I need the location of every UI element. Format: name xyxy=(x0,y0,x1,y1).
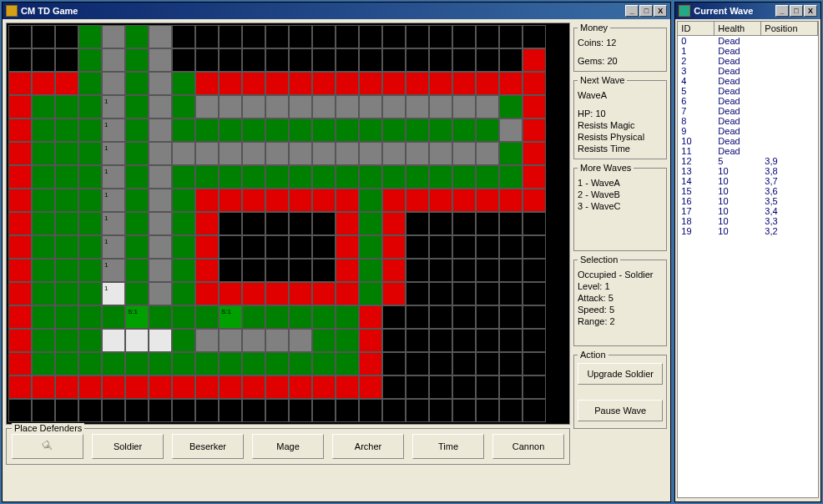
grid-cell[interactable] xyxy=(359,375,382,399)
grid-cell[interactable] xyxy=(265,352,289,375)
grid-cell[interactable] xyxy=(32,189,55,212)
maximize-button[interactable]: □ xyxy=(639,5,653,17)
grid-cell[interactable] xyxy=(149,189,172,212)
grid-cell[interactable] xyxy=(452,142,476,165)
grid-cell[interactable] xyxy=(265,165,289,189)
grid-cell[interactable] xyxy=(219,352,242,375)
grid-cell[interactable] xyxy=(289,352,312,375)
grid-cell[interactable] xyxy=(219,48,242,72)
grid-cell[interactable] xyxy=(452,212,476,235)
grid-cell[interactable] xyxy=(499,329,523,352)
grid-cell[interactable] xyxy=(219,399,242,422)
grid-cell[interactable] xyxy=(172,118,195,142)
grid-cell[interactable] xyxy=(476,25,499,48)
grid-cell[interactable] xyxy=(289,259,312,282)
grid-cell[interactable] xyxy=(406,399,429,422)
grid-cell[interactable] xyxy=(102,399,125,422)
grid-cell[interactable] xyxy=(382,95,406,118)
grid-cell[interactable] xyxy=(359,352,382,375)
grid-cell[interactable] xyxy=(8,142,32,165)
grid-cell[interactable] xyxy=(219,72,242,95)
grid-cell[interactable] xyxy=(359,48,382,72)
grid-cell[interactable]: S:1 xyxy=(125,305,149,329)
grid-cell[interactable] xyxy=(476,282,499,305)
wave-row[interactable]: 14103,7 xyxy=(678,176,818,186)
grid-cell[interactable]: 1 xyxy=(102,235,125,259)
grid-cell[interactable] xyxy=(359,165,382,189)
grid-cell[interactable] xyxy=(429,305,452,329)
grid-cell[interactable] xyxy=(336,72,359,95)
defender-mage-button[interactable]: Mage xyxy=(252,434,324,459)
wave-minimize-button[interactable]: _ xyxy=(775,5,789,17)
grid-cell[interactable] xyxy=(452,259,476,282)
grid-cell[interactable] xyxy=(195,329,219,352)
grid-cell[interactable] xyxy=(476,118,499,142)
grid-cell[interactable] xyxy=(523,48,546,72)
wave-listview[interactable]: ID Health Position 0Dead1Dead2Dead3Dead4… xyxy=(677,21,819,498)
wave-close-button[interactable]: X xyxy=(804,5,817,17)
grid-cell[interactable] xyxy=(499,305,523,329)
grid-cell[interactable] xyxy=(55,165,78,189)
grid-cell[interactable] xyxy=(125,95,149,118)
grid-cell[interactable] xyxy=(452,305,476,329)
grid-cell[interactable] xyxy=(382,48,406,72)
grid-cell[interactable] xyxy=(219,375,242,399)
grid-cell[interactable] xyxy=(499,212,523,235)
grid-cell[interactable] xyxy=(523,235,546,259)
grid-cell[interactable] xyxy=(406,72,429,95)
grid-cell[interactable] xyxy=(265,282,289,305)
grid-cell[interactable] xyxy=(452,235,476,259)
grid-cell[interactable] xyxy=(429,375,452,399)
grid-cell[interactable] xyxy=(78,25,102,48)
grid-cell[interactable] xyxy=(359,305,382,329)
grid-cell[interactable] xyxy=(195,375,219,399)
grid-cell[interactable] xyxy=(78,48,102,72)
grid-cell[interactable] xyxy=(499,282,523,305)
grid-cell[interactable] xyxy=(523,375,546,399)
grid-cell[interactable] xyxy=(149,375,172,399)
grid-cell[interactable] xyxy=(195,305,219,329)
grid-cell[interactable] xyxy=(359,235,382,259)
grid-cell[interactable] xyxy=(219,212,242,235)
grid-cell[interactable] xyxy=(78,142,102,165)
grid-cell[interactable] xyxy=(219,329,242,352)
grid-cell[interactable] xyxy=(102,48,125,72)
grid-cell[interactable] xyxy=(359,95,382,118)
grid-cell[interactable] xyxy=(499,48,523,72)
grid-cell[interactable] xyxy=(8,25,32,48)
grid-cell[interactable] xyxy=(195,235,219,259)
wave-row[interactable]: 19103,2 xyxy=(678,226,818,236)
grid-cell[interactable] xyxy=(32,25,55,48)
grid-cell[interactable] xyxy=(8,212,32,235)
grid-cell[interactable] xyxy=(359,72,382,95)
grid-cell[interactable] xyxy=(382,25,406,48)
grid-cell[interactable] xyxy=(382,72,406,95)
grid-cell[interactable] xyxy=(8,95,32,118)
wave-row[interactable]: 6Dead xyxy=(678,96,818,106)
grid-cell[interactable] xyxy=(32,282,55,305)
grid-cell[interactable] xyxy=(336,165,359,189)
grid-cell[interactable] xyxy=(102,375,125,399)
grid-cell[interactable]: 1 xyxy=(102,165,125,189)
grid-cell[interactable] xyxy=(476,399,499,422)
grid-cell[interactable] xyxy=(172,95,195,118)
wave-row[interactable]: 18103,3 xyxy=(678,216,818,226)
grid-cell[interactable] xyxy=(125,329,149,352)
grid-cell[interactable] xyxy=(499,235,523,259)
upgrade-button[interactable]: Upgrade Soldier xyxy=(578,363,663,385)
grid-cell[interactable] xyxy=(242,48,265,72)
grid-cell[interactable] xyxy=(406,329,429,352)
grid-cell[interactable] xyxy=(452,72,476,95)
grid-cell[interactable] xyxy=(242,118,265,142)
grid-cell[interactable] xyxy=(476,142,499,165)
grid-cell[interactable] xyxy=(312,25,336,48)
grid-cell[interactable] xyxy=(429,352,452,375)
grid-cell[interactable] xyxy=(32,95,55,118)
wave-row[interactable]: 3Dead xyxy=(678,66,818,76)
grid-cell[interactable] xyxy=(149,95,172,118)
wave-row[interactable]: 17103,4 xyxy=(678,206,818,216)
grid-cell[interactable] xyxy=(312,95,336,118)
grid-cell[interactable] xyxy=(78,95,102,118)
grid-cell[interactable] xyxy=(359,118,382,142)
grid-cell[interactable] xyxy=(312,118,336,142)
